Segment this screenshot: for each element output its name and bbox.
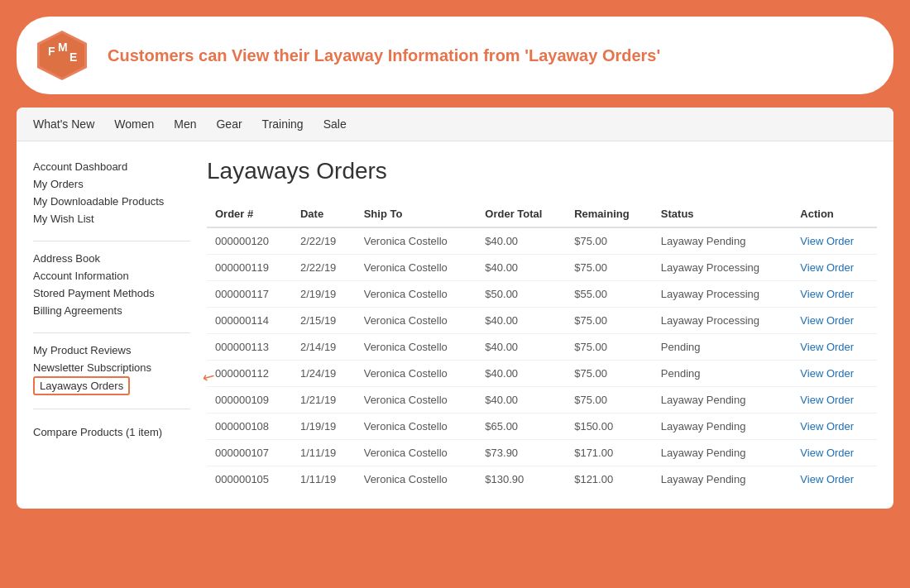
sidebar-item-my-downloadable-products[interactable]: My Downloadable Products (33, 193, 190, 210)
cell-1-1: 2/22/19 (292, 255, 356, 281)
cell-5-3: $40.00 (477, 361, 566, 387)
cell-4-3: $40.00 (477, 334, 566, 361)
view-order-link-5[interactable]: View Order (800, 367, 854, 380)
sidebar-divider-2 (33, 332, 190, 333)
view-order-link-9[interactable]: View Order (800, 473, 854, 485)
cell-4-4: $75.00 (566, 334, 653, 361)
cell-5-0: 000000112 (207, 361, 292, 387)
cell-0-1: 2/22/19 (292, 227, 356, 255)
main-content: Layaways Orders Order #DateShip ToOrder … (207, 158, 877, 492)
nav-item-whats-new[interactable]: What's New (33, 117, 94, 131)
cell-9-0: 000000105 (207, 466, 292, 493)
cell-8-3: $73.90 (477, 440, 566, 466)
cell-7-3: $65.00 (477, 414, 566, 440)
cell-7-0: 000000108 (207, 414, 292, 440)
cell-0-2: Veronica Costello (356, 227, 477, 255)
cell-1-3: $40.00 (477, 255, 566, 281)
cell-3-1: 2/15/19 (292, 308, 356, 334)
sidebar-item-billing-agreements[interactable]: Billing Agreements (33, 302, 190, 319)
view-order-link-0[interactable]: View Order (800, 235, 854, 247)
table-row: 0000001192/22/19Veronica Costello$40.00$… (207, 255, 877, 281)
sidebar-item-address-book[interactable]: Address Book (33, 250, 190, 267)
cell-7-5: Layaway Pending (653, 414, 793, 440)
navigation-bar: What's NewWomenMenGearTrainingSale (17, 108, 893, 141)
sidebar-group-misc: My Product ReviewsNewsletter Subscriptio… (33, 342, 190, 395)
cell-3-4: $75.00 (566, 308, 653, 334)
nav-item-training[interactable]: Training (262, 117, 304, 131)
cell-6-0: 000000109 (207, 387, 292, 414)
cell-action-0: View Order (792, 227, 877, 255)
table-header: Order #DateShip ToOrder TotalRemainingSt… (207, 201, 877, 227)
cell-9-5: Layaway Pending (653, 466, 793, 493)
logo: F M E (33, 26, 91, 84)
sidebar-item-newsletter-subscriptions[interactable]: Newsletter Subscriptions (33, 359, 190, 376)
cell-9-1: 1/11/19 (292, 466, 356, 493)
cell-5-1: 1/24/19 (292, 361, 356, 387)
table-header-row: Order #DateShip ToOrder TotalRemainingSt… (207, 201, 877, 227)
table-row: 0000001121/24/19Veronica Costello$40.00$… (207, 361, 877, 387)
page-title: Layaways Orders (207, 158, 877, 184)
col-header-order-num: Order # (207, 201, 292, 227)
cell-2-4: $55.00 (566, 281, 653, 308)
cell-3-0: 000000114 (207, 308, 292, 334)
cell-3-3: $40.00 (477, 308, 566, 334)
cell-3-5: Layaway Processing (653, 308, 793, 334)
view-order-link-1[interactable]: View Order (800, 261, 854, 274)
sidebar-item-account-information[interactable]: Account Information (33, 267, 190, 284)
view-order-link-3[interactable]: View Order (800, 314, 854, 327)
view-order-link-4[interactable]: View Order (800, 341, 854, 353)
main-content-area: What's NewWomenMenGearTrainingSale Accou… (17, 108, 893, 509)
nav-item-gear[interactable]: Gear (216, 117, 242, 131)
cell-1-2: Veronica Costello (356, 255, 477, 281)
nav-item-men[interactable]: Men (174, 117, 196, 131)
sidebar-item-account-dashboard[interactable]: Account Dashboard (33, 158, 190, 175)
cell-9-2: Veronica Costello (356, 466, 477, 493)
cell-7-4: $150.00 (566, 414, 653, 440)
table-body: 0000001202/22/19Veronica Costello$40.00$… (207, 227, 877, 492)
view-order-link-8[interactable]: View Order (800, 447, 854, 459)
sidebar: Account DashboardMy OrdersMy Downloadabl… (33, 158, 190, 492)
cell-action-3: View Order (792, 308, 877, 334)
cell-2-5: Layaway Processing (653, 281, 793, 308)
cell-5-2: Veronica Costello (356, 361, 477, 387)
cell-action-9: View Order (792, 466, 877, 493)
svg-text:E: E (69, 50, 77, 64)
table-row: 0000001172/19/19Veronica Costello$50.00$… (207, 281, 877, 308)
cell-action-1: View Order (792, 255, 877, 281)
nav-item-sale[interactable]: Sale (323, 117, 347, 131)
cell-0-4: $75.00 (566, 227, 653, 255)
compare-products: Compare Products (1 item) (33, 426, 190, 438)
nav-item-women[interactable]: Women (114, 117, 154, 131)
cell-action-6: View Order (792, 387, 877, 414)
orders-table: Order #DateShip ToOrder TotalRemainingSt… (207, 201, 877, 492)
cell-action-2: View Order (792, 281, 877, 308)
page-layout: Account DashboardMy OrdersMy Downloadabl… (17, 141, 893, 509)
cell-4-0: 000000113 (207, 334, 292, 361)
table-row: 0000001081/19/19Veronica Costello$65.00$… (207, 414, 877, 440)
sidebar-item-my-product-reviews[interactable]: My Product Reviews (33, 342, 190, 359)
cell-0-0: 000000120 (207, 227, 292, 255)
table-row: 0000001142/15/19Veronica Costello$40.00$… (207, 308, 877, 334)
cell-action-7: View Order (792, 414, 877, 440)
sidebar-item-my-wish-list[interactable]: My Wish List (33, 210, 190, 227)
cell-action-4: View Order (792, 334, 877, 361)
sidebar-item-stored-payment-methods[interactable]: Stored Payment Methods (33, 284, 190, 302)
table-row: 0000001132/14/19Veronica Costello$40.00$… (207, 334, 877, 361)
cell-2-2: Veronica Costello (356, 281, 477, 308)
cell-6-4: $75.00 (566, 387, 653, 414)
cell-1-4: $75.00 (566, 255, 653, 281)
sidebar-item-layaways-orders[interactable]: Layaways Orders (33, 376, 130, 395)
cell-8-5: Layaway Pending (653, 440, 793, 466)
view-order-link-7[interactable]: View Order (800, 420, 854, 433)
cell-8-0: 000000107 (207, 440, 292, 466)
cell-6-2: Veronica Costello (356, 387, 477, 414)
col-header-date: Date (292, 201, 356, 227)
sidebar-divider-1 (33, 241, 190, 241)
sidebar-group-account: Account DashboardMy OrdersMy Downloadabl… (33, 158, 190, 227)
sidebar-item-my-orders[interactable]: My Orders (33, 175, 190, 193)
sidebar-group-settings: Address BookAccount InformationStored Pa… (33, 250, 190, 319)
cell-6-3: $40.00 (477, 387, 566, 414)
cell-7-2: Veronica Costello (356, 414, 477, 440)
view-order-link-2[interactable]: View Order (800, 288, 854, 300)
view-order-link-6[interactable]: View Order (800, 394, 854, 406)
